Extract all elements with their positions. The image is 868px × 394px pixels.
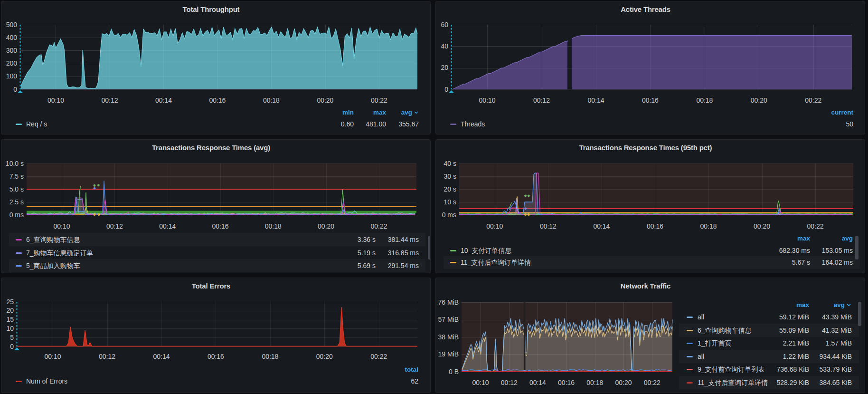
- svg-text:00:14: 00:14: [155, 96, 172, 104]
- svg-text:00:16: 00:16: [208, 353, 224, 360]
- svg-text:0: 0: [10, 343, 14, 350]
- svg-text:00:12: 00:12: [99, 353, 115, 360]
- svg-text:00:12: 00:12: [101, 96, 118, 104]
- svg-text:25: 25: [6, 298, 14, 306]
- svg-text:00:14: 00:14: [159, 222, 176, 230]
- svg-text:0 ms: 0 ms: [442, 211, 456, 219]
- svg-text:00:16: 00:16: [647, 222, 663, 230]
- svg-text:00:10: 00:10: [53, 222, 70, 230]
- svg-text:10 s: 10 s: [444, 198, 456, 206]
- svg-text:0 ms: 0 ms: [9, 211, 24, 219]
- svg-text:00:22: 00:22: [807, 222, 824, 230]
- svg-text:10: 10: [6, 325, 14, 332]
- svg-text:30 s: 30 s: [444, 173, 456, 180]
- svg-text:5.0 s: 5.0 s: [9, 185, 24, 193]
- svg-text:00:20: 00:20: [317, 96, 333, 104]
- svg-text:00:18: 00:18: [586, 379, 603, 386]
- svg-text:40: 40: [441, 42, 448, 50]
- svg-text:15: 15: [6, 316, 14, 323]
- svg-text:500: 500: [6, 21, 18, 29]
- svg-text:00:10: 00:10: [45, 353, 61, 360]
- svg-text:00:14: 00:14: [529, 379, 546, 386]
- svg-text:00:12: 00:12: [540, 222, 557, 230]
- svg-text:00:14: 00:14: [153, 353, 170, 360]
- svg-text:00:20: 00:20: [318, 222, 334, 230]
- svg-text:76 MiB: 76 MiB: [438, 298, 459, 306]
- svg-text:20: 20: [6, 307, 14, 314]
- svg-text:40 s: 40 s: [444, 160, 456, 167]
- svg-text:20: 20: [441, 64, 448, 71]
- svg-text:00:12: 00:12: [106, 222, 123, 230]
- svg-text:00:16: 00:16: [209, 96, 226, 104]
- svg-text:00:10: 00:10: [479, 96, 496, 104]
- svg-text:00:14: 00:14: [587, 96, 604, 104]
- svg-text:00:20: 00:20: [754, 222, 770, 230]
- svg-text:00:20: 00:20: [751, 96, 767, 104]
- svg-text:00:18: 00:18: [265, 222, 282, 230]
- svg-text:00:18: 00:18: [696, 96, 713, 104]
- svg-text:00:16: 00:16: [642, 96, 659, 104]
- svg-text:60: 60: [441, 21, 448, 29]
- svg-text:300: 300: [6, 47, 18, 54]
- svg-text:00:14: 00:14: [593, 222, 610, 230]
- svg-text:00:18: 00:18: [262, 353, 278, 360]
- svg-text:00:10: 00:10: [472, 379, 489, 386]
- svg-text:0: 0: [13, 86, 17, 93]
- svg-text:00:20: 00:20: [615, 379, 632, 386]
- svg-text:200: 200: [6, 59, 18, 67]
- svg-text:00:10: 00:10: [47, 96, 64, 104]
- svg-text:00:18: 00:18: [263, 96, 280, 104]
- svg-text:57 MiB: 57 MiB: [438, 316, 459, 323]
- svg-text:400: 400: [6, 34, 18, 41]
- svg-text:00:18: 00:18: [700, 222, 717, 230]
- svg-text:00:16: 00:16: [212, 222, 228, 230]
- svg-text:00:16: 00:16: [558, 379, 575, 386]
- svg-text:7.5 s: 7.5 s: [9, 173, 24, 180]
- svg-text:10.0 s: 10.0 s: [6, 160, 24, 167]
- svg-text:20 s: 20 s: [444, 185, 456, 193]
- svg-text:19 MiB: 19 MiB: [438, 350, 459, 358]
- svg-text:00:12: 00:12: [501, 379, 518, 386]
- svg-text:0 B: 0 B: [449, 368, 459, 375]
- svg-text:100: 100: [6, 72, 18, 80]
- svg-text:5: 5: [10, 334, 14, 341]
- svg-text:00:22: 00:22: [370, 353, 387, 360]
- svg-text:00:22: 00:22: [644, 379, 660, 386]
- svg-text:00:20: 00:20: [316, 353, 333, 360]
- svg-text:00:22: 00:22: [805, 96, 821, 104]
- svg-text:00:22: 00:22: [370, 222, 387, 230]
- svg-text:0: 0: [444, 86, 448, 93]
- svg-text:2.5 s: 2.5 s: [9, 198, 24, 206]
- svg-text:00:12: 00:12: [533, 96, 550, 104]
- svg-text:00:22: 00:22: [371, 96, 387, 104]
- svg-text:00:10: 00:10: [486, 222, 503, 230]
- svg-text:38 MiB: 38 MiB: [438, 333, 459, 341]
